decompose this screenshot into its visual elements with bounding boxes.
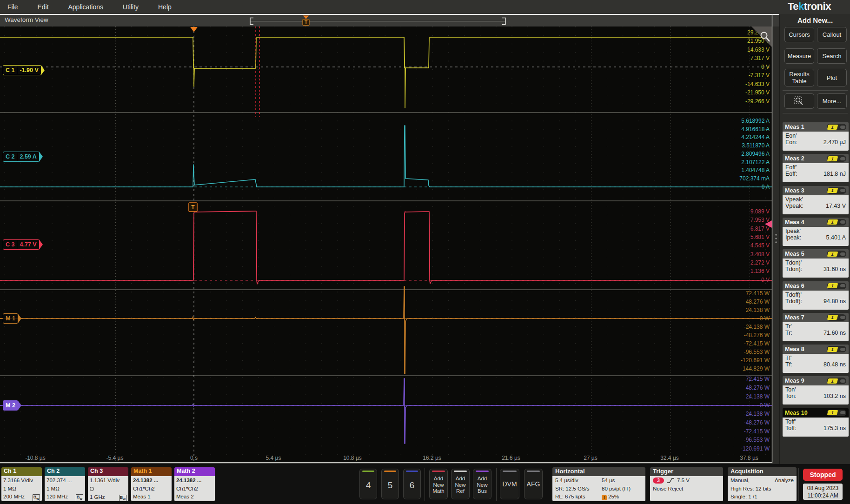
channel-badge-c2[interactable]: C 22.59 A — [3, 152, 43, 162]
svg-text:-10.8 µs: -10.8 µs — [25, 455, 46, 461]
trigger-panel[interactable]: Trigger 3 7.5 V Noise Reject — [650, 467, 723, 501]
trigger-mode: Noise Reject — [653, 485, 720, 493]
add-cursors-button[interactable]: Cursors — [784, 27, 814, 42]
meas-label: Eoff: — [785, 171, 797, 177]
add-new-ref-button[interactable]: AddNewRef — [451, 469, 470, 499]
meas-label: Toff: — [785, 425, 796, 431]
meas-source-badge: 1 — [827, 155, 846, 162]
tab-waveform-view[interactable]: Waveform View — [5, 16, 48, 23]
meas-name: Meas 1 — [785, 124, 804, 130]
svg-text:-144.829 W: -144.829 W — [741, 365, 770, 372]
svg-text:32.4 µs: 32.4 µs — [660, 455, 679, 461]
meas-source-label: Tr' — [785, 323, 846, 330]
channel-5-button[interactable]: 5 — [381, 469, 399, 499]
channel-4-button[interactable]: 4 — [359, 469, 377, 499]
run-stop-status-button[interactable]: Stopped — [803, 469, 843, 481]
time: 11:00:24 AM — [803, 492, 843, 499]
badge-ch2[interactable]: Ch 2702.374 ...1 MΩ120 MHzBw — [45, 467, 85, 501]
svg-text:6.817 V: 6.817 V — [750, 225, 770, 232]
meas-source-label: Eon' — [785, 133, 846, 139]
meas-source-badge: 1 — [827, 219, 846, 225]
panel-splitter-handle[interactable] — [775, 234, 777, 243]
svg-text:-29.266 V: -29.266 V — [745, 98, 770, 105]
svg-text:T: T — [305, 20, 307, 25]
bandwidth-icon: Bw — [119, 495, 126, 501]
channel-badge-m1[interactable]: M 1 — [3, 313, 21, 324]
channel-6-button[interactable]: 6 — [403, 469, 421, 499]
meas-panel-5[interactable]: Meas 51Tdon)'Tdon):31.60 ns — [783, 249, 849, 278]
channel-badge-c1[interactable]: C 1-1.90 V — [3, 65, 45, 75]
acq-mode: Manual, — [730, 477, 750, 485]
meas-name: Meas 7 — [785, 314, 804, 321]
add-new-math-button[interactable]: AddNewMath — [429, 469, 448, 499]
menu-file[interactable]: File — [7, 0, 18, 14]
meas-panel-7[interactable]: Meas 71Tr'Tr:71.60 ns — [783, 313, 849, 341]
meas-value: 17.43 V — [826, 203, 846, 209]
svg-text:-48.276 W: -48.276 W — [744, 419, 770, 426]
meas-source-label: Toff' — [785, 418, 846, 425]
menu-applications[interactable]: Applications — [68, 0, 103, 14]
add-measure-button[interactable]: Measure — [784, 48, 814, 64]
meas-panel-9[interactable]: Meas 91Ton'Ton:103.2 ns — [783, 376, 849, 405]
acq-analyze: Analyze — [775, 477, 794, 485]
svg-text:3.511870 A: 3.511870 A — [742, 142, 770, 149]
acquisition-panel[interactable]: Acquisition Manual,Analyze High Res: 12 … — [728, 467, 797, 501]
svg-text:-120.691 W: -120.691 W — [741, 357, 770, 364]
meas-label: Eon: — [785, 139, 797, 146]
badge-math2[interactable]: Math 224.1382 ...Ch1*Ch2Meas 2 — [174, 467, 215, 501]
meas-value: 5.401 A — [826, 234, 846, 241]
meas-source-label: Vpeak' — [785, 196, 846, 203]
add-plot-button[interactable]: Plot — [817, 69, 847, 86]
svg-text:2.809496 A: 2.809496 A — [741, 151, 770, 157]
svg-text:1.136 V: 1.136 V — [750, 268, 770, 274]
meas-source-badge: 1 — [827, 251, 846, 257]
acq-resolution: High Res: 12 bits — [730, 485, 794, 493]
trigger-level: 7.5 V — [677, 477, 690, 485]
meas-panel-6[interactable]: Meas 61Tdoff)'Tdoff):94.80 ns — [783, 281, 849, 310]
svg-text:-96.553 W: -96.553 W — [744, 437, 770, 443]
meas-panel-10[interactable]: Meas 101Toff'Toff:175.3 ns — [783, 408, 849, 437]
meas-panel-3[interactable]: Meas 31Vpeak'Vpeak:17.43 V — [783, 186, 849, 214]
afg-button[interactable]: AFG — [524, 469, 543, 499]
add-new-bus-button[interactable]: AddNewBus — [473, 469, 491, 499]
more-button[interactable]: More... — [817, 93, 847, 109]
svg-text:16.2 µs: 16.2 µs — [423, 455, 441, 461]
badge-ch1[interactable]: Ch 17.3166 V/div1 MΩ200 MHzBw — [1, 467, 42, 501]
svg-text:10.8 µs: 10.8 µs — [343, 455, 362, 461]
meas-panel-2[interactable]: Meas 21Eoff'Eoff:181.8 nJ — [783, 154, 849, 182]
badge-ch3[interactable]: Ch 31.1361 V/div1 GHzBw — [88, 467, 128, 501]
dvm-button[interactable]: DVM — [500, 469, 519, 499]
bottom-settings-bar: Ch 17.3166 V/div1 MΩ200 MHzBwCh 2702.374… — [0, 464, 850, 504]
meas-panel-8[interactable]: Meas 81Tf'Tf:80.48 ns — [783, 345, 849, 373]
acq-single: Single: 1 /1 — [730, 493, 794, 501]
meas-panel-4[interactable]: Meas 41Ipeak'Ipeak:5.401 A — [783, 218, 849, 246]
menu-help[interactable]: Help — [158, 0, 172, 14]
menu-utility[interactable]: Utility — [123, 0, 139, 14]
svg-text:0 V: 0 V — [761, 277, 770, 283]
horizontal-panel[interactable]: Horizontal 5.4 µs/div54 µs SR: 12.5 GS/s… — [552, 467, 645, 501]
add-search-button[interactable]: Search — [817, 48, 847, 64]
waveform-view: Waveform View 29.266 V21.950 V14.633 V7.… — [0, 14, 779, 464]
splitter-strip[interactable] — [772, 27, 779, 463]
menu-edit[interactable]: Edit — [37, 0, 48, 14]
svg-text:2.272 V: 2.272 V — [750, 259, 770, 266]
svg-text:-96.553 W: -96.553 W — [744, 349, 770, 355]
meas-value: 103.2 ns — [823, 393, 846, 399]
channel-badge-m2[interactable]: M 2 — [3, 400, 21, 411]
meas-label: Tdoff): — [785, 298, 802, 305]
svg-text:T: T — [191, 204, 195, 211]
zoom-mode-button[interactable] — [784, 93, 814, 109]
meas-panel-1[interactable]: Meas 11Eon'Eon:2.470 µJ — [783, 122, 849, 151]
add-callout-button[interactable]: Callout — [817, 27, 847, 42]
date: 08 Aug 2023 — [803, 484, 843, 492]
svg-text:27 µs: 27 µs — [584, 455, 598, 461]
scope-graticule[interactable]: 29.266 V21.950 V14.633 V7.317 V0 V-7.317… — [0, 14, 779, 464]
bandwidth-icon: Bw — [33, 494, 40, 501]
svg-text:0 W: 0 W — [760, 402, 770, 409]
add-results-table-button[interactable]: Results Table — [784, 69, 814, 86]
channel-badge-c3[interactable]: C 34.77 V — [3, 239, 43, 250]
meas-label: Vpeak: — [785, 203, 804, 209]
datetime-display: 08 Aug 2023 11:00:24 AM — [803, 484, 843, 500]
svg-text:-7.317 V: -7.317 V — [749, 72, 770, 79]
badge-math1[interactable]: Math 124.1382 ...Ch1*Ch2Meas 1 — [131, 467, 172, 501]
